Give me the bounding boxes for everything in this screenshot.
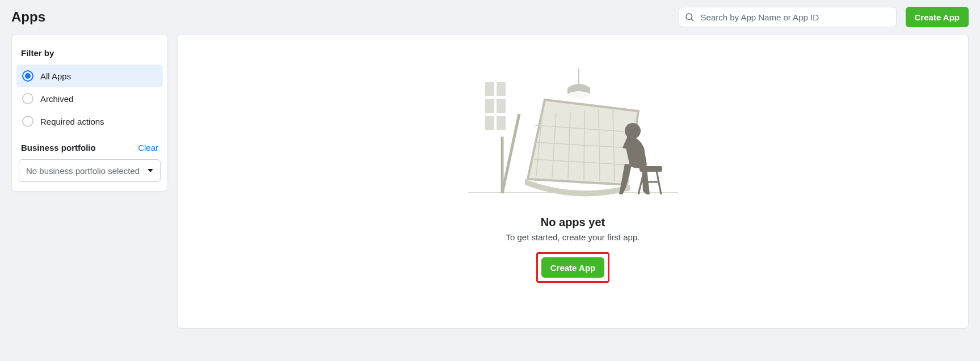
portfolio-header: Business portfolio Clear: [16, 133, 163, 157]
header: Apps Create App: [0, 0, 980, 34]
empty-state-title: No apps yet: [541, 216, 605, 229]
filter-option-required-actions[interactable]: Required actions: [16, 110, 163, 133]
svg-rect-2: [485, 82, 494, 96]
svg-rect-7: [497, 116, 506, 130]
radio-icon: [22, 116, 33, 127]
radio-icon: [22, 70, 33, 82]
search-input[interactable]: [679, 7, 897, 27]
chevron-down-icon: [148, 169, 153, 172]
main-panel: No apps yet To get started, create your …: [177, 34, 969, 329]
filter-option-archived[interactable]: Archived: [16, 87, 163, 110]
portfolio-select-value: No business portfolio selected: [26, 166, 140, 176]
filter-option-label: Archived: [40, 94, 73, 104]
radio-icon: [22, 93, 33, 104]
search-wrap: [679, 7, 897, 27]
portfolio-select[interactable]: No business portfolio selected: [19, 159, 161, 182]
create-app-button-header[interactable]: Create App: [906, 7, 969, 27]
clear-link[interactable]: Clear: [138, 143, 158, 152]
filter-option-label: Required actions: [40, 117, 104, 126]
svg-rect-3: [497, 82, 506, 96]
filter-option-label: All Apps: [40, 71, 71, 81]
portfolio-title: Business portfolio: [21, 143, 96, 152]
filter-option-all-apps[interactable]: All Apps: [16, 65, 163, 87]
body-row: Filter by All Apps Archived Required act…: [0, 34, 980, 329]
highlight-frame: Create App: [536, 252, 609, 283]
empty-state-subtitle: To get started, create your first app.: [506, 232, 640, 242]
sidebar: Filter by All Apps Archived Required act…: [11, 34, 168, 192]
create-app-button-empty[interactable]: Create App: [541, 257, 604, 278]
empty-state-illustration: [468, 69, 678, 199]
svg-rect-5: [497, 99, 506, 113]
svg-rect-6: [485, 116, 494, 130]
svg-marker-13: [528, 100, 638, 185]
page-title: Apps: [11, 9, 45, 25]
svg-rect-4: [485, 99, 494, 113]
filter-by-title: Filter by: [16, 44, 163, 65]
